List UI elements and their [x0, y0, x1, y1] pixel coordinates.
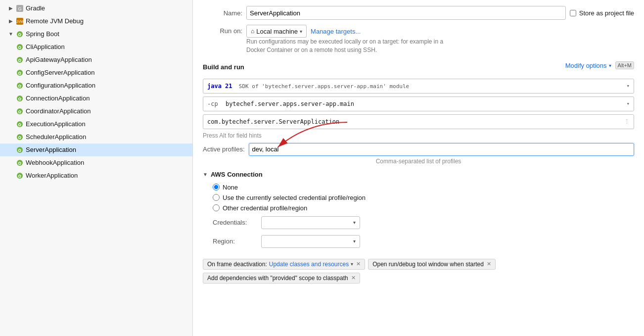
svg-text:✿: ✿: [18, 109, 22, 114]
spring-icon-configuration: ✿: [16, 82, 24, 90]
press-alt-hint: Press Alt for field hints: [203, 132, 634, 139]
classpath-field[interactable]: -cp bytechef.server.apps.server-app.main…: [203, 96, 634, 111]
spring-icon-group: ✿: [16, 30, 24, 38]
sidebar-item-remote-jvm-label: Remote JVM Debug: [26, 16, 84, 27]
tag-run-debug: Open run/debug tool window when started …: [368, 259, 496, 270]
svg-text:✿: ✿: [18, 32, 22, 37]
run-hint: Run configurations may be executed local…: [246, 38, 444, 54]
sidebar-item-execution[interactable]: ✿ ExecutionApplication: [0, 118, 192, 131]
aws-section: ▼ AWS Connection None Use the currently …: [203, 171, 634, 251]
expand-java-icon[interactable]: ▾: [626, 83, 630, 89]
tag-frame-prefix: On frame deactivation:: [207, 261, 267, 268]
svg-text:✿: ✿: [18, 71, 22, 76]
expand-arrow-gradle: ▶: [8, 5, 14, 11]
svg-text:✿: ✿: [18, 161, 22, 166]
svg-text:✿: ✿: [18, 174, 22, 179]
sidebar-item-webhook-label: WebhookApplication: [26, 157, 84, 168]
modify-options-button[interactable]: Modify options ▾ Alt+M: [565, 61, 634, 69]
tag-frame-link[interactable]: Update classes and resources: [269, 261, 349, 268]
radio-none[interactable]: [213, 184, 220, 191]
gradle-icon: G: [16, 4, 24, 12]
spring-icon-cli: ✿: [16, 43, 24, 51]
spring-icon-apigateway: ✿: [16, 56, 24, 64]
sidebar-item-worker[interactable]: ✿ WorkerApplication: [0, 169, 192, 182]
expand-main-class-icon[interactable]: ⋮: [624, 118, 630, 125]
aws-section-header[interactable]: ▼ AWS Connection: [203, 171, 634, 178]
expand-arrow-spring-boot: ▼: [8, 31, 14, 37]
sidebar-item-configserver-label: ConfigServerApplication: [26, 67, 94, 78]
store-checkbox[interactable]: [570, 10, 576, 16]
active-profiles-input[interactable]: [249, 143, 634, 156]
run-on-select: ⌂ Local machine ▾ Manage targets...: [246, 25, 444, 38]
credentials-dropdown[interactable]: ▾: [261, 216, 360, 229]
modify-options-label: Modify options: [565, 62, 607, 69]
java-field[interactable]: java 21 SDK of 'bytechef.server.apps.ser…: [203, 79, 634, 94]
sidebar-item-gradle[interactable]: ▶ G Gradle: [0, 2, 192, 15]
sidebar-item-remote-jvm[interactable]: ▶ JVM Remote JVM Debug: [0, 15, 192, 28]
radio-current-profile[interactable]: [213, 194, 220, 201]
radio-current-profile-option[interactable]: Use the currently selected credential pr…: [203, 192, 634, 203]
sidebar-item-apigateway-label: ApiGatewayApplication: [26, 54, 92, 65]
tag-dependencies: Add dependencies with "provided" scope t…: [203, 273, 360, 284]
name-row: Name: Store as project file: [203, 6, 634, 20]
aws-section-label: AWS Connection: [211, 171, 263, 178]
svg-text:✿: ✿: [18, 135, 22, 140]
sidebar-item-apigateway[interactable]: ✿ ApiGatewayApplication: [0, 53, 192, 66]
sidebar: ▶ G Gradle ▶ JVM Remote JVM Debug ▼ ✿ Sp…: [0, 0, 193, 336]
svg-text:✿: ✿: [18, 45, 22, 50]
sidebar-item-webhook[interactable]: ✿ WebhookApplication: [0, 156, 192, 169]
run-on-row: Run on: ⌂ Local machine ▾ Manage targets…: [203, 25, 634, 54]
sidebar-item-coordinator-label: CoordinatorApplication: [26, 106, 91, 117]
tag-dependencies-close[interactable]: ✕: [351, 275, 356, 281]
sidebar-item-scheduler-label: SchedulerApplication: [26, 132, 86, 143]
spring-icon-execution: ✿: [16, 120, 24, 128]
sidebar-item-connection-label: ConnectionApplication: [26, 93, 90, 104]
sidebar-item-scheduler[interactable]: ✿ SchedulerApplication: [0, 131, 192, 144]
sidebar-item-connection[interactable]: ✿ ConnectionApplication: [0, 92, 192, 105]
build-run-header: Build and run Modify options ▾ Alt+M: [203, 56, 634, 75]
sidebar-item-configuration-label: ConfigurationApplication: [26, 80, 95, 91]
expand-classpath-icon[interactable]: ▾: [626, 100, 630, 107]
shortcut-badge: Alt+M: [615, 61, 634, 69]
tag-run-debug-label: Open run/debug tool window when started: [372, 261, 484, 268]
java-field-text: java 21 SDK of 'bytechef.server.apps.ser…: [207, 83, 409, 90]
spring-icon-worker: ✿: [16, 172, 24, 180]
sidebar-item-cli-label: CliApplication: [26, 42, 65, 52]
radio-other-profile-option[interactable]: Other credential profile/region: [203, 203, 634, 213]
tag-dependencies-label: Add dependencies with "provided" scope t…: [207, 275, 348, 282]
chevron-region-icon: ▾: [353, 239, 356, 244]
chevron-down-icon: ▾: [300, 29, 302, 34]
tag-frame-close[interactable]: ✕: [356, 261, 361, 267]
sidebar-item-server[interactable]: ✿ ServerApplication: [0, 144, 192, 156]
radio-other-profile[interactable]: [213, 204, 220, 211]
spring-icon-webhook: ✿: [16, 159, 24, 167]
manage-targets-link[interactable]: Manage targets...: [311, 28, 361, 35]
sidebar-item-configuration[interactable]: ✿ ConfigurationApplication: [0, 79, 192, 92]
svg-text:✿: ✿: [18, 84, 22, 89]
spring-icon-scheduler: ✿: [16, 133, 24, 141]
tags-row: On frame deactivation: Update classes an…: [203, 259, 634, 284]
radio-none-label: None: [223, 184, 238, 191]
spring-icon-coordinator: ✿: [16, 107, 24, 115]
credentials-row: Credentials: ▾: [203, 213, 634, 232]
name-input[interactable]: [246, 6, 566, 20]
build-run-title: Build and run: [203, 63, 244, 71]
region-dropdown[interactable]: ▾: [261, 235, 360, 248]
sidebar-item-server-label: ServerApplication: [26, 144, 76, 155]
local-machine-dropdown[interactable]: ⌂ Local machine ▾: [246, 25, 307, 38]
sidebar-item-configserver[interactable]: ✿ ConfigServerApplication: [0, 66, 192, 79]
sidebar-item-worker-label: WorkerApplication: [26, 170, 78, 181]
classpath-text: -cp bytechef.server.apps.server-app.main: [207, 100, 354, 107]
sidebar-item-coordinator[interactable]: ✿ CoordinatorApplication: [0, 105, 192, 118]
sidebar-item-execution-label: ExecutionApplication: [26, 119, 86, 130]
svg-text:JVM: JVM: [16, 20, 23, 23]
chevron-credentials-icon: ▾: [353, 220, 356, 225]
sidebar-item-cli[interactable]: ✿ CliApplication: [0, 41, 192, 53]
sidebar-item-gradle-label: Gradle: [26, 3, 45, 14]
tag-run-debug-close[interactable]: ✕: [487, 261, 491, 267]
main-class-field[interactable]: com.bytechef.server.ServerApplication ⋮: [203, 114, 634, 129]
sidebar-item-spring-boot[interactable]: ▼ ✿ Spring Boot: [0, 28, 192, 41]
name-label: Name:: [203, 9, 242, 17]
aws-collapse-arrow: ▼: [203, 172, 208, 177]
radio-none-option[interactable]: None: [203, 182, 634, 192]
